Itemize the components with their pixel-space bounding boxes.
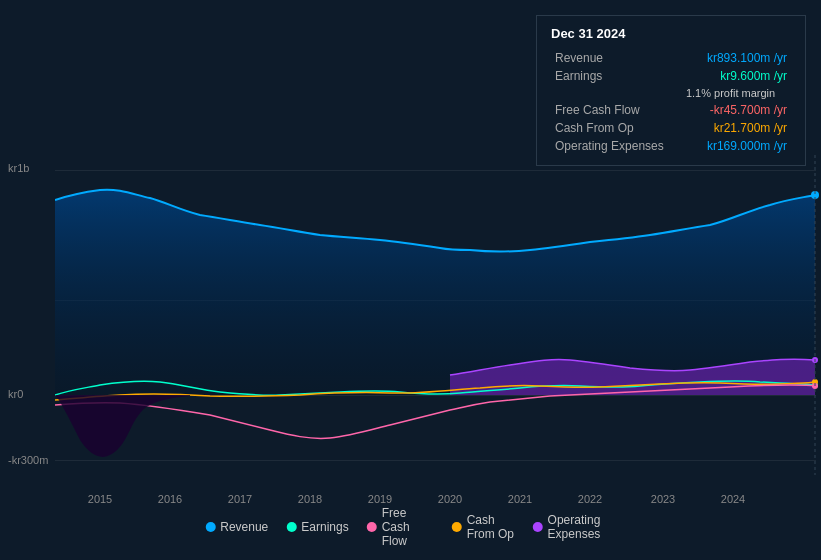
fcf-value: -kr45.700m /yr — [682, 101, 791, 119]
legend-dot-fcf — [367, 522, 377, 532]
earnings-label: Earnings — [551, 67, 682, 85]
opex-value: kr169.000m /yr — [682, 137, 791, 155]
legend-fcf[interactable]: Free Cash Flow — [367, 506, 434, 548]
legend-label-opex: Operating Expenses — [548, 513, 616, 541]
earnings-value: kr9.600m /yr — [682, 67, 791, 85]
legend-revenue[interactable]: Revenue — [205, 520, 268, 534]
legend-earnings[interactable]: Earnings — [286, 520, 348, 534]
x-label-2016: 2016 — [158, 493, 182, 505]
x-label-2020: 2020 — [438, 493, 462, 505]
info-table: Revenue kr893.100m /yr Earnings kr9.600m… — [551, 49, 791, 155]
opex-label: Operating Expenses — [551, 137, 682, 155]
legend-label-earnings: Earnings — [301, 520, 348, 534]
cashfromop-label: Cash From Op — [551, 119, 682, 137]
legend-dot-opex — [533, 522, 543, 532]
profit-margin-value: 1.1% profit margin — [682, 85, 791, 101]
legend-label-cashfromop: Cash From Op — [467, 513, 515, 541]
legend-label-fcf: Free Cash Flow — [382, 506, 434, 548]
revenue-value: kr893.100m /yr — [682, 49, 791, 67]
legend-dot-revenue — [205, 522, 215, 532]
legend-dot-earnings — [286, 522, 296, 532]
legend-cashfromop[interactable]: Cash From Op — [452, 513, 515, 541]
x-label-2022: 2022 — [578, 493, 602, 505]
x-label-2024: 2024 — [721, 493, 745, 505]
chart-container: kr1b kr0 -kr300m — [0, 0, 821, 560]
revenue-label: Revenue — [551, 49, 682, 67]
x-label-2015: 2015 — [88, 493, 112, 505]
profit-margin-label — [551, 85, 682, 101]
cashfromop-value: kr21.700m /yr — [682, 119, 791, 137]
legend-label-revenue: Revenue — [220, 520, 268, 534]
legend-dot-cashfromop — [452, 522, 462, 532]
x-label-2018: 2018 — [298, 493, 322, 505]
legend: Revenue Earnings Free Cash Flow Cash Fro… — [205, 506, 616, 548]
fcf-label: Free Cash Flow — [551, 101, 682, 119]
legend-opex[interactable]: Operating Expenses — [533, 513, 616, 541]
info-date: Dec 31 2024 — [551, 26, 791, 41]
info-box: Dec 31 2024 Revenue kr893.100m /yr Earni… — [536, 15, 806, 166]
x-label-2021: 2021 — [508, 493, 532, 505]
x-label-2023: 2023 — [651, 493, 675, 505]
x-label-2019: 2019 — [368, 493, 392, 505]
x-label-2017: 2017 — [228, 493, 252, 505]
